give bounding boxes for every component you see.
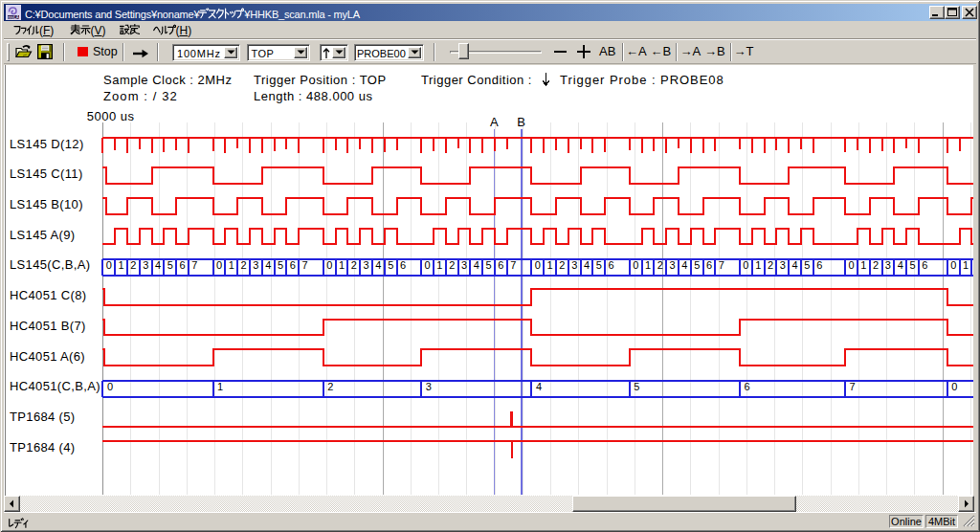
svg-text:6: 6 xyxy=(290,259,296,271)
svg-text:2: 2 xyxy=(130,259,136,271)
svg-text:2: 2 xyxy=(241,259,247,271)
svg-text:6: 6 xyxy=(745,381,750,392)
svg-text:2: 2 xyxy=(327,381,333,392)
svg-text:4: 4 xyxy=(584,259,590,271)
svg-text:5: 5 xyxy=(167,259,173,271)
svg-text:4: 4 xyxy=(898,259,903,271)
svg-text:4: 4 xyxy=(792,259,798,271)
svg-text:5: 5 xyxy=(388,259,393,271)
svg-text:7: 7 xyxy=(719,259,724,271)
svg-text:Zoom : / 32: Zoom : / 32 xyxy=(103,89,178,103)
svg-text:0: 0 xyxy=(425,259,431,271)
svg-text:Trigger Condition :: Trigger Condition : xyxy=(421,73,532,87)
svg-text:1: 1 xyxy=(229,259,234,271)
svg-text:6: 6 xyxy=(498,259,503,271)
svg-text:3: 3 xyxy=(143,259,148,271)
svg-text:6: 6 xyxy=(400,259,406,271)
svg-text:TP1684 (5): TP1684 (5) xyxy=(10,410,76,424)
svg-text:4: 4 xyxy=(155,259,161,271)
svg-text:A: A xyxy=(490,115,499,129)
svg-text:LS145 B(10): LS145 B(10) xyxy=(10,197,83,211)
svg-text:1: 1 xyxy=(547,259,553,271)
svg-text:0: 0 xyxy=(950,259,956,271)
svg-text:2: 2 xyxy=(657,259,663,271)
svg-text:0: 0 xyxy=(107,381,113,392)
svg-text:5: 5 xyxy=(694,259,700,271)
svg-text:Length : 488.000 us: Length : 488.000 us xyxy=(254,89,372,103)
svg-text:2: 2 xyxy=(351,259,357,271)
svg-text:1: 1 xyxy=(860,259,866,271)
svg-text:Sample Clock : 2MHz: Sample Clock : 2MHz xyxy=(103,73,232,87)
svg-text:5: 5 xyxy=(909,259,915,271)
svg-text:2: 2 xyxy=(559,259,565,271)
svg-text:myLA: myLA xyxy=(8,15,19,20)
svg-text:LS145 A(9): LS145 A(9) xyxy=(10,228,76,242)
svg-text:0: 0 xyxy=(326,259,332,271)
svg-text:Trigger Position : TOP: Trigger Position : TOP xyxy=(254,73,387,87)
svg-text:6: 6 xyxy=(922,259,927,271)
svg-text:TP1684 (4): TP1684 (4) xyxy=(10,440,76,454)
svg-text:3: 3 xyxy=(426,381,432,392)
svg-text:4: 4 xyxy=(375,259,381,271)
svg-text:1: 1 xyxy=(119,259,124,271)
svg-text:3: 3 xyxy=(461,259,467,271)
svg-text:7: 7 xyxy=(850,381,856,392)
svg-text:B: B xyxy=(517,115,525,129)
svg-text:LS145 C(11): LS145 C(11) xyxy=(10,166,83,181)
svg-text:5: 5 xyxy=(596,259,602,271)
svg-text:LS145(C,B,A): LS145(C,B,A) xyxy=(10,257,90,272)
svg-text:5000 us: 5000 us xyxy=(87,109,135,123)
svg-text:0: 0 xyxy=(848,259,854,271)
svg-text:HC4051(C,B,A): HC4051(C,B,A) xyxy=(10,379,100,393)
svg-text:7: 7 xyxy=(191,259,197,271)
svg-text:0: 0 xyxy=(743,259,748,271)
svg-text:2: 2 xyxy=(768,259,773,271)
svg-text:5: 5 xyxy=(278,259,283,271)
svg-text:1: 1 xyxy=(436,259,442,271)
svg-text:6: 6 xyxy=(816,259,822,271)
svg-text:2: 2 xyxy=(449,259,455,271)
svg-text:2: 2 xyxy=(873,259,879,271)
svg-text:3: 3 xyxy=(885,259,891,271)
svg-text:4: 4 xyxy=(681,259,687,271)
svg-text:3: 3 xyxy=(670,259,676,271)
svg-text:1: 1 xyxy=(339,259,345,271)
svg-text:6: 6 xyxy=(180,259,186,271)
svg-text:4: 4 xyxy=(474,259,479,271)
svg-text:Trigger Probe : PROBE08: Trigger Probe : PROBE08 xyxy=(560,73,724,87)
svg-text:5: 5 xyxy=(634,381,639,392)
svg-text:1: 1 xyxy=(963,259,969,271)
svg-text:3: 3 xyxy=(571,259,577,271)
svg-text:5: 5 xyxy=(486,259,492,271)
svg-text:0: 0 xyxy=(106,259,112,271)
svg-text:1: 1 xyxy=(755,259,761,271)
svg-text:HC4051 B(7): HC4051 B(7) xyxy=(10,319,86,333)
svg-text:3: 3 xyxy=(780,259,786,271)
svg-text:1: 1 xyxy=(645,259,651,271)
svg-text:3: 3 xyxy=(364,259,369,271)
svg-text:7: 7 xyxy=(510,259,516,271)
svg-text:HC4051 C(8): HC4051 C(8) xyxy=(10,288,86,302)
svg-text:HC4051 A(6): HC4051 A(6) xyxy=(10,349,85,364)
svg-text:LS145 D(12): LS145 D(12) xyxy=(10,137,84,151)
svg-text:0: 0 xyxy=(216,259,222,271)
svg-text:1: 1 xyxy=(217,381,223,392)
svg-text:4: 4 xyxy=(265,259,271,271)
svg-text:6: 6 xyxy=(609,259,614,271)
svg-text:3: 3 xyxy=(253,259,258,271)
svg-text:7: 7 xyxy=(302,259,308,271)
svg-text:4: 4 xyxy=(536,381,542,392)
svg-text:6: 6 xyxy=(706,259,712,271)
svg-text:0: 0 xyxy=(951,381,957,392)
svg-text:5: 5 xyxy=(804,259,810,271)
svg-text:0: 0 xyxy=(633,259,638,271)
svg-text:0: 0 xyxy=(535,259,541,271)
